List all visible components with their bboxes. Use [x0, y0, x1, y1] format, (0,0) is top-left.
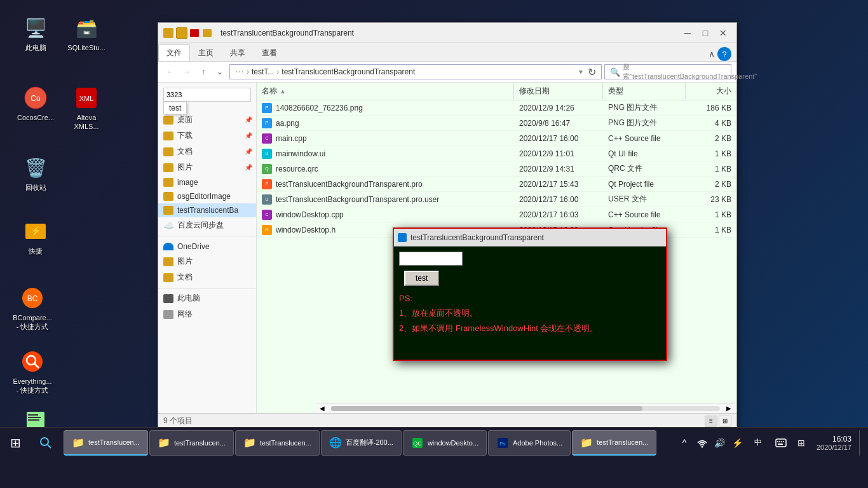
scroll-left-btn[interactable]: ◀ — [318, 405, 326, 412]
taskbar-item-0[interactable]: 📁 testTranslucen... — [64, 430, 148, 456]
file-row[interactable]: C main.cpp 2020/12/17 16:00 C++ Source f… — [257, 131, 736, 146]
sidebar-item-image[interactable]: image — [158, 175, 256, 189]
col-date[interactable]: 修改日期 — [514, 83, 603, 99]
sidebar-item-thispc[interactable]: 此电脑 — [158, 290, 256, 306]
desktop-icon-altova[interactable]: XML Altova XMLS... — [64, 83, 109, 134]
sidebar-item-baidu[interactable]: ☁️ 百度云同步盘 — [158, 217, 256, 233]
desktop-icon-everything[interactable]: Everything...- 快捷方式 — [10, 346, 55, 398]
h-scrollbar[interactable]: ◀ ▶ — [316, 403, 735, 413]
sidebar-item-onedrive[interactable]: OneDrive — [158, 240, 256, 254]
col-type[interactable]: 类型 — [603, 83, 686, 99]
forward-button[interactable]: → — [180, 65, 194, 79]
taskbar-item-3[interactable]: 🌐 百度翻译-200... — [321, 430, 402, 456]
kuaijie-icon: ⚡ — [23, 219, 48, 244]
file-row[interactable]: P testTranslucentBackgroundTransparent.p… — [257, 177, 736, 192]
grid-view-button[interactable]: ⊞ — [719, 416, 731, 427]
tray-expand-icon[interactable]: ^ — [677, 435, 692, 451]
tab-file[interactable]: 文件 — [158, 44, 190, 61]
scroll-thumb[interactable] — [331, 406, 642, 411]
taskbar-clock[interactable]: 16:03 2020/12/17 — [811, 435, 857, 451]
pin4-icon: 📌 — [245, 164, 252, 171]
sidebar-item-documents2[interactable]: 文档 — [158, 269, 256, 285]
file-row[interactable]: C windowDesktop.cpp 2020/12/17 16:03 C++… — [257, 207, 736, 222]
svg-point-8 — [22, 351, 43, 372]
app-input-field[interactable] — [399, 252, 463, 266]
sidebar-item-documents[interactable]: 文档 📌 — [158, 144, 256, 159]
svg-line-17 — [48, 445, 51, 448]
app-test-button[interactable]: test — [404, 271, 439, 286]
file-row[interactable]: P aa.png 2020/9/8 16:47 PNG 图片文件 4 KB — [257, 116, 736, 131]
tray-volume-icon[interactable]: 🔊 — [712, 435, 728, 451]
explorer-titlebar: testTranslucentBackgroundTransparent ─ □… — [158, 23, 736, 43]
refresh-button[interactable]: ↻ — [588, 66, 596, 78]
desktop-icon-thispc[interactable]: 🖥️ 此电脑 — [13, 13, 58, 55]
file-row[interactable]: U testTranslucentBackgroundTransparent.p… — [257, 192, 736, 207]
sidebar-item-downloads[interactable]: 下载 📌 — [158, 128, 256, 144]
help-button[interactable]: ? — [717, 47, 731, 61]
kuaijie-label: 快捷 — [29, 247, 43, 255]
taskbar-item-1[interactable]: 📁 testTranslucen... — [149, 430, 234, 456]
svg-rect-27 — [783, 441, 784, 442]
close-button[interactable]: ✕ — [715, 27, 731, 39]
tab-home[interactable]: 主页 — [190, 44, 222, 61]
taskbar-item-2[interactable]: 📁 testTranslucen... — [235, 430, 320, 456]
svg-rect-14 — [28, 419, 39, 421]
taskbar-icon-0: 📁 — [72, 436, 85, 449]
address-dropdown-icon[interactable]: ▾ — [579, 67, 583, 76]
taskbar-item-4[interactable]: QC windowDeskto... — [403, 430, 487, 456]
minimize-button[interactable]: ─ — [679, 27, 696, 39]
sidebar-item-osgeditor[interactable]: osgEditorImage — [158, 189, 256, 203]
testbg-folder-icon — [163, 206, 173, 215]
file-row[interactable]: U mainwindow.ui 2020/12/9 11:01 Qt UI fi… — [257, 146, 736, 161]
sidebar-desktop-label: 桌面 — [177, 114, 193, 125]
taskbar-item-6[interactable]: 📁 testTranslucen... — [572, 430, 656, 456]
desktop-icon-kuaijie[interactable]: ⚡ 快捷 — [13, 216, 58, 258]
explorer-title: testTranslucentBackgroundTransparent — [220, 29, 354, 37]
thispc-label: 此电脑 — [25, 43, 46, 52]
tray-keyboard-icon[interactable] — [771, 433, 791, 453]
col-size[interactable]: 大小 — [686, 83, 736, 99]
sidebar-osgeditor-label: osgEditorImage — [177, 192, 231, 201]
everything-label: Everything...- 快捷方式 — [13, 377, 51, 395]
desktop-icon-bcompare[interactable]: BC BCompare...- 快捷方式 — [10, 283, 55, 334]
taskbar-item-5[interactable]: Ps Adobe Photos... — [488, 430, 571, 456]
tray-lang-icon[interactable]: 中 — [748, 433, 768, 453]
sidebar-item-testbg[interactable]: testTranslucentBa — [158, 203, 256, 217]
file-name-2: C main.cpp — [257, 132, 514, 145]
up-button[interactable]: ↑ — [196, 65, 210, 79]
app-ps-text: PS: 1、放在桌面不透明。 2、如果不调用 FramelessWindowHi… — [399, 291, 661, 336]
sidebar-item-pictures[interactable]: 图片 📌 — [158, 159, 256, 175]
desktop-icon-sqlite[interactable]: 🗃️ SQLiteStu... — [64, 13, 109, 55]
recent-button[interactable]: ⌄ — [213, 65, 227, 79]
file-row[interactable]: P 1408266602_762236.png 2020/12/9 14:26 … — [257, 100, 736, 116]
onedrive-icon — [163, 243, 173, 250]
taskbar-search-icon[interactable] — [31, 428, 61, 458]
back-button[interactable]: ← — [163, 65, 177, 79]
tab-view[interactable]: 查看 — [254, 44, 285, 61]
file-list-header: 名称 ▲ 修改日期 类型 大小 — [257, 83, 736, 100]
tray-power-icon[interactable]: ⚡ — [730, 435, 745, 451]
taskbar-icon-1: 📁 — [158, 437, 170, 449]
desktop-icon-cocos[interactable]: Co CocosCre... — [13, 83, 58, 125]
desktop-icon-recycle[interactable]: 🗑️ 回收站 — [13, 152, 58, 194]
maximize-button[interactable]: □ — [697, 27, 714, 39]
show-desktop-button[interactable] — [859, 430, 863, 456]
documents2-folder-icon — [163, 273, 173, 282]
status-text: 9 个项目 — [163, 416, 193, 426]
tray-grid-icon[interactable]: ⊞ — [794, 435, 809, 451]
details-view-button[interactable]: ≡ — [705, 416, 717, 427]
cocos-icon: Co — [23, 85, 48, 111]
tray-network-icon[interactable] — [695, 435, 710, 451]
scroll-right-btn[interactable]: ▶ — [725, 405, 733, 412]
col-name[interactable]: 名称 ▲ — [257, 83, 514, 99]
start-button[interactable]: ⊞ — [0, 428, 31, 458]
sidebar-item-pictures2[interactable]: 图片 — [158, 254, 256, 269]
svg-rect-24 — [777, 441, 778, 442]
tab-share[interactable]: 共享 — [222, 44, 254, 61]
sidebar-item-network[interactable]: 网络 — [158, 306, 256, 322]
search-box[interactable]: 🔍 搜索"testTranslucentBackgroundTransparen… — [604, 64, 731, 79]
file-row[interactable]: Q resource.qrc 2020/12/9 14:31 QRC 文件 1 … — [257, 161, 736, 177]
ribbon-collapse-icon[interactable]: ∧ — [709, 49, 715, 59]
address-path[interactable]: ⋯ › testT... › testTranslucentBackground… — [229, 64, 602, 79]
sidebar-search-input[interactable] — [163, 88, 251, 102]
